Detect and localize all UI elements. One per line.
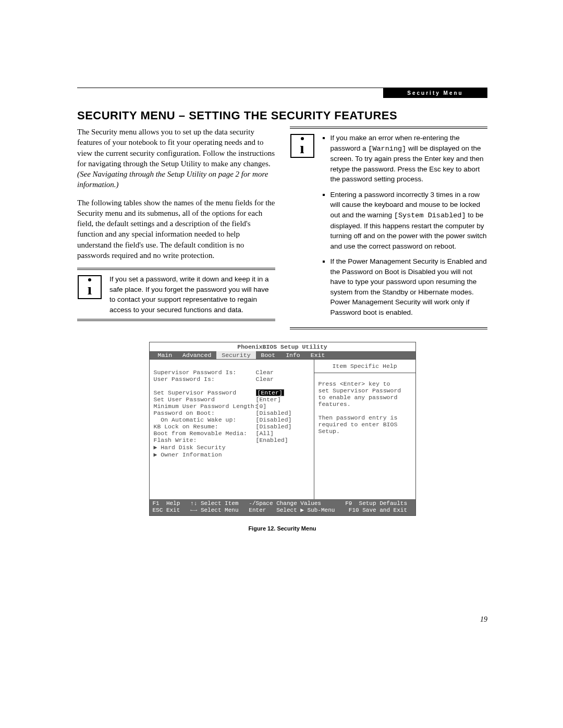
bios-field-value[interactable]: [Enter]	[256, 396, 281, 403]
bios-tab-main[interactable]: Main	[153, 351, 178, 359]
bios-footer: F1 Help ↑↓ Select Item -/Space Change Va…	[150, 499, 415, 516]
page-number: 19	[480, 615, 487, 624]
info-icon: ı	[78, 275, 102, 299]
figure-caption: Figure 12. Security Menu	[77, 525, 487, 532]
bios-field-value[interactable]: Clear	[256, 376, 274, 382]
bios-tab-boot[interactable]: Boot	[256, 351, 281, 359]
intro-text: The Security menu allows you to set up t…	[77, 128, 275, 168]
bios-field-label: ▶ Owner Information	[154, 451, 256, 458]
info-icon: ı	[290, 134, 314, 158]
bios-field-value[interactable]: [Enter]	[256, 389, 284, 397]
bios-tab-security[interactable]: Security	[216, 351, 255, 359]
bios-left-pane: Supervisor Password Is:ClearUser Passwor…	[150, 360, 314, 499]
intro-crossref: (See Navigating through the Setup Utilit…	[77, 170, 268, 189]
note-list: If you make an error when re-entering th…	[322, 133, 488, 318]
bios-title: PhoenixBIOS Setup Utility	[150, 342, 415, 351]
section-header-tab: Security Menu	[383, 88, 487, 98]
warning-code: [Warning]	[368, 145, 406, 153]
note-text-right: If you make an error when re-entering th…	[322, 131, 488, 325]
bios-screen: PhoenixBIOS Setup Utility Main Advanced …	[149, 342, 416, 516]
bios-tabs: Main Advanced Security Boot Info Exit	[150, 351, 415, 359]
bios-tab-info[interactable]: Info	[280, 351, 305, 359]
bios-field-label: On Automatic Wake up:	[154, 416, 256, 423]
bios-field-label: Set User Password	[154, 396, 256, 403]
bios-field-label: KB Lock on Resume:	[154, 423, 256, 430]
bios-help-text: Press <Enter> key to set Supervisor Pass…	[319, 375, 411, 435]
bios-field-label: Supervisor Password Is:	[154, 369, 256, 376]
system-disabled-code: [System Disabled]	[394, 212, 466, 219]
bios-field-label: Flash Write:	[154, 437, 256, 443]
bios-field-value[interactable]: [All]	[256, 430, 274, 437]
bios-row[interactable]: Password on Boot:[Disabled]	[154, 410, 310, 416]
bios-field-label: Minimum User Password Length:	[154, 403, 256, 410]
note-item-1: If you make an error when re-entering th…	[331, 133, 488, 184]
note-item-2: Entering a password incorrectly 3 times …	[331, 190, 488, 251]
bios-row[interactable]: Set Supervisor Password[Enter]	[154, 389, 310, 397]
bios-footer-line1: F1 Help ↑↓ Select Item -/Space Change Va…	[153, 500, 407, 507]
bios-row[interactable]: ▶ Hard Disk Security	[154, 443, 310, 451]
bios-field-value[interactable]: [Enabled]	[256, 437, 288, 443]
two-column-layout: The Security menu allows you to set up t…	[77, 127, 487, 329]
bios-row[interactable]: Minimum User Password Length:[0]	[154, 403, 310, 410]
bios-field-value[interactable]: [0]	[256, 403, 267, 410]
bios-row[interactable]: Set User Password[Enter]	[154, 396, 310, 403]
left-column: The Security menu allows you to set up t…	[77, 127, 275, 329]
bios-row[interactable]: Flash Write:[Enabled]	[154, 437, 310, 443]
intro-paragraph: The Security menu allows you to set up t…	[77, 127, 275, 190]
bios-row[interactable]: KB Lock on Resume:[Disabled]	[154, 423, 310, 430]
bios-field-value[interactable]: Clear	[256, 369, 274, 376]
bios-field-label: Password on Boot:	[154, 410, 256, 416]
bios-row[interactable]: User Password Is:Clear	[154, 376, 310, 382]
bios-footer-line2: ESC Exit ←→ Select Menu Enter Select ▶ S…	[153, 507, 408, 513]
info-icon-wrap: ı	[77, 272, 102, 299]
document-page: Security Menu SECURITY MENU – SETTING TH…	[0, 0, 563, 728]
bios-field-value[interactable]: [Disabled]	[256, 410, 292, 416]
bios-field-label: ▶ Hard Disk Security	[154, 443, 256, 451]
note-item-3: If the Power Management Security is Enab…	[331, 256, 488, 317]
bios-field-value[interactable]: [Disabled]	[256, 416, 292, 423]
bios-field-value[interactable]: [Disabled]	[256, 423, 292, 430]
bios-row[interactable]: On Automatic Wake up:[Disabled]	[154, 416, 310, 423]
bios-field-label: Boot from Removable Media:	[154, 430, 256, 437]
page-title: SECURITY MENU – SETTING THE SECURITY FEA…	[77, 109, 487, 122]
bios-tab-advanced[interactable]: Advanced	[177, 351, 216, 359]
bios-field-label: User Password Is:	[154, 376, 256, 382]
note-text-left: If you set a password, write it down and…	[109, 272, 275, 317]
bios-body: Supervisor Password Is:ClearUser Passwor…	[150, 359, 415, 499]
note-box-right: ı If you make an error when re-entering …	[290, 127, 488, 329]
bios-row[interactable]: ▶ Owner Information	[154, 451, 310, 458]
bios-field-label: Set Supervisor Password	[154, 389, 256, 397]
tables-paragraph: The following tables show the names of t…	[77, 198, 275, 261]
info-icon-wrap: ı	[290, 131, 315, 158]
bios-row[interactable]: Boot from Removable Media:[All]	[154, 430, 310, 437]
note-box-left: ı If you set a password, write it down a…	[77, 268, 275, 321]
right-column: ı If you make an error when re-entering …	[290, 127, 488, 329]
bios-tab-exit[interactable]: Exit	[305, 351, 331, 359]
bios-help-title: Item Specific Help	[314, 363, 415, 373]
bios-help-pane: Item Specific Help Press <Enter> key to …	[314, 360, 415, 499]
bios-row[interactable]	[154, 382, 310, 389]
bios-row[interactable]: Supervisor Password Is:Clear	[154, 369, 310, 376]
